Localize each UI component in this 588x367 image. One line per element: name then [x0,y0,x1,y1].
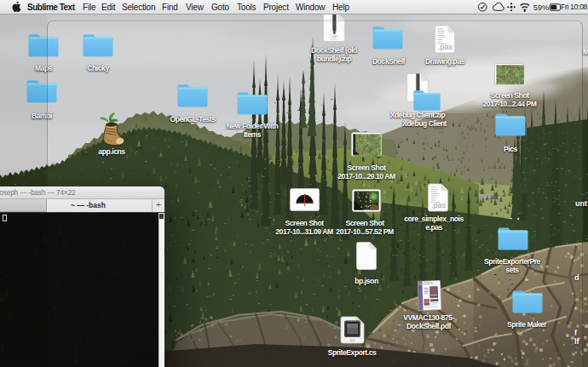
svg-text:ZIP: ZIP [332,36,337,39]
svg-text:.pas: .pas [438,43,453,51]
svg-text:C#: C# [350,338,355,342]
svg-text:59%: 59% [533,3,549,12]
svg-text:.pas: .pas [431,201,447,209]
